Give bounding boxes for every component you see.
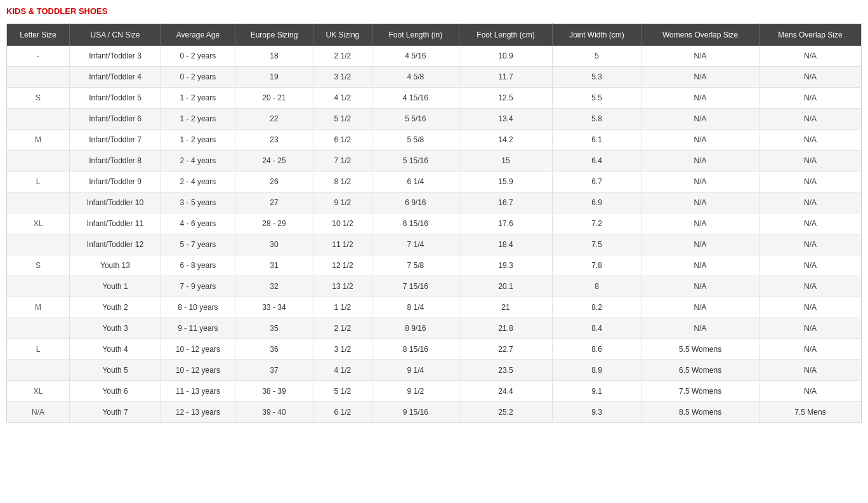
data-cell: 6 15/16 [372,213,459,234]
data-cell: N/A [641,151,760,171]
data-cell: 9 1/4 [372,360,459,381]
letter-size-cell: L [7,171,70,192]
table-row: XLYouth 611 - 13 years38 - 395 1/29 1/22… [7,381,862,402]
data-cell: Youth 4 [69,339,161,360]
table-row: SYouth 136 - 8 years3112 1/27 5/819.37.8… [7,255,862,276]
data-cell: N/A [760,192,862,213]
data-cell: 12 1/2 [313,255,372,276]
data-cell: 7 - 9 years [161,276,235,297]
data-cell: 1 - 2 years [161,109,235,130]
data-cell: Infant/Toddler 8 [69,151,161,171]
data-cell: Youth 13 [69,255,161,276]
data-cell: 18.4 [459,234,553,255]
data-cell: 6 9/16 [372,192,459,213]
data-cell: 15.9 [459,171,553,192]
table-row: LInfant/Toddler 92 - 4 years268 1/26 1/4… [7,171,862,192]
data-cell: 12 - 13 years [161,402,235,423]
table-row: Infant/Toddler 82 - 4 years24 - 257 1/25… [7,151,862,171]
data-cell: 5 1/2 [313,381,372,402]
data-cell: 5 5/16 [372,109,459,130]
data-cell: 1 - 2 years [161,130,235,151]
data-cell: 0 - 2 years [161,46,235,67]
data-cell: 24 - 25 [235,151,313,171]
letter-size-cell: S [7,255,70,276]
data-cell: N/A [760,297,862,318]
data-cell: 9 - 11 years [161,318,235,339]
data-cell: 10 1/2 [313,213,372,234]
data-cell: N/A [641,171,760,192]
data-cell: Infant/Toddler 11 [69,213,161,234]
data-cell: 18 [235,46,313,67]
data-cell: 7.2 [552,213,641,234]
column-header: Foot Length (in) [372,24,459,46]
data-cell: Youth 3 [69,318,161,339]
data-cell: 0 - 2 years [161,67,235,88]
data-cell: 5.8 [552,109,641,130]
data-cell: Infant/Toddler 3 [69,46,161,67]
data-cell: 20 - 21 [235,88,313,109]
data-cell: 5.3 [552,67,641,88]
data-cell: Infant/Toddler 5 [69,88,161,109]
data-cell: 7.5 Mens [760,402,862,423]
data-cell: 21 [459,297,553,318]
column-header: Europe Sizing [235,24,313,46]
table-row: LYouth 410 - 12 years363 1/28 15/1622.78… [7,339,862,360]
data-cell: 11.7 [459,67,553,88]
data-cell: 14.2 [459,130,553,151]
page-title: KIDS & TODDLER SHOES [6,6,862,16]
data-cell: 23.5 [459,360,553,381]
table-row: Infant/Toddler 40 - 2 years193 1/24 5/81… [7,67,862,88]
data-cell: 10 - 12 years [161,339,235,360]
data-cell: 32 [235,276,313,297]
letter-size-cell [7,318,70,339]
data-cell: N/A [760,171,862,192]
data-cell: 28 - 29 [235,213,313,234]
data-cell: 8 1/2 [313,171,372,192]
data-cell: N/A [760,360,862,381]
data-cell: 15 [459,151,553,171]
data-cell: 39 - 40 [235,402,313,423]
column-header: Foot Length (cm) [459,24,553,46]
data-cell: 11 1/2 [313,234,372,255]
data-cell: 1 - 2 years [161,88,235,109]
table-row: XLInfant/Toddler 114 - 6 years28 - 2910 … [7,213,862,234]
data-cell: 6 - 8 years [161,255,235,276]
data-cell: 6.1 [552,130,641,151]
data-cell: 8 15/16 [372,339,459,360]
data-cell: 19.3 [459,255,553,276]
data-cell: 13 1/2 [313,276,372,297]
data-cell: 38 - 39 [235,381,313,402]
data-cell: 7 5/8 [372,255,459,276]
data-cell: Infant/Toddler 9 [69,171,161,192]
data-cell: N/A [760,151,862,171]
data-cell: 10 - 12 years [161,360,235,381]
data-cell: 5.5 Womens [641,339,760,360]
data-cell: 22.7 [459,339,553,360]
data-cell: 17.6 [459,213,553,234]
data-cell: 36 [235,339,313,360]
data-cell: 33 - 34 [235,297,313,318]
data-cell: 9.1 [552,381,641,402]
data-cell: 31 [235,255,313,276]
column-header: Mens Overlap Size [760,24,862,46]
data-cell: 5 15/16 [372,151,459,171]
data-cell: N/A [760,213,862,234]
table-header-row: Letter SizeUSA / CN SizeAverage AgeEurop… [7,24,862,46]
column-header: USA / CN Size [69,24,161,46]
data-cell: 35 [235,318,313,339]
table-row: Youth 510 - 12 years374 1/29 1/423.58.96… [7,360,862,381]
data-cell: 19 [235,67,313,88]
table-row: MInfant/Toddler 71 - 2 years236 1/25 5/8… [7,130,862,151]
letter-size-cell [7,360,70,381]
data-cell: N/A [641,234,760,255]
data-cell: 8 - 10 years [161,297,235,318]
data-cell: 3 1/2 [313,339,372,360]
table-row: Youth 17 - 9 years3213 1/27 15/1620.18N/… [7,276,862,297]
table-row: Youth 39 - 11 years352 1/28 9/1621.88.4N… [7,318,862,339]
data-cell: 7.8 [552,255,641,276]
data-cell: Youth 2 [69,297,161,318]
data-cell: 9 1/2 [313,192,372,213]
data-cell: N/A [641,213,760,234]
data-cell: 2 - 4 years [161,171,235,192]
data-cell: 4 5/16 [372,46,459,67]
